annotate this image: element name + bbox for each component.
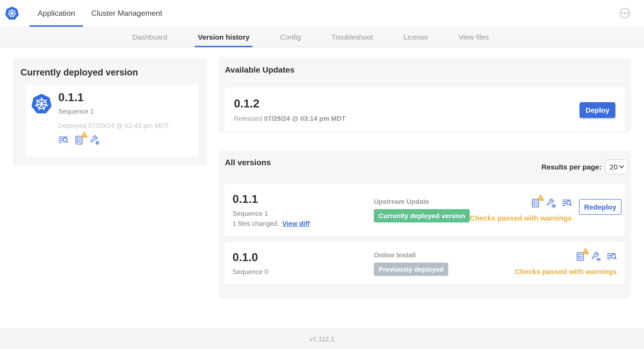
- deployed-timestamp: Deployed 07/29/24 @ 02:43 pm MDT: [58, 122, 169, 130]
- warning-triangle-icon: [81, 132, 88, 138]
- tab-cluster-management[interactable]: Cluster Management: [83, 0, 170, 27]
- tab-application-label: Application: [38, 9, 75, 18]
- subnav-tab-view-files[interactable]: View files: [456, 27, 492, 47]
- update-released-timestamp: Released 07/29/24 @ 03:14 pm MDT: [234, 114, 346, 122]
- page-footer: v1.112.1: [0, 328, 644, 349]
- subnav-tab-dashboard[interactable]: Dashboard: [129, 27, 170, 47]
- preflight-status-text[interactable]: Checks passed with warnings: [470, 214, 572, 222]
- admin-console-page: Application Cluster Management Dashboard…: [0, 0, 644, 349]
- version-row-0-1-0: 0.1.0 Sequence 0 Online Install Previous…: [224, 242, 625, 284]
- warning-triangle-icon: [582, 248, 589, 254]
- tab-cluster-management-label: Cluster Management: [92, 9, 162, 18]
- config-icon[interactable]: [90, 135, 100, 146]
- available-update-card: 0.1.2 Released 07/29/24 @ 03:14 pm MDT D…: [224, 87, 625, 132]
- kubernetes-logo: [5, 7, 18, 20]
- preflight-checks-warning-icon[interactable]: [530, 198, 540, 208]
- console-version: v1.112.1: [309, 335, 334, 343]
- subnav-tab-version-history[interactable]: Version history: [195, 27, 252, 47]
- row-sequence: Sequence 1: [232, 209, 374, 217]
- subnav-tab-troubleshoot[interactable]: Troubleshoot: [328, 27, 376, 47]
- deploy-logs-icon[interactable]: [607, 251, 617, 262]
- redeploy-button[interactable]: Redeploy: [579, 199, 621, 215]
- app-level-tabs: Application Cluster Management: [30, 0, 170, 27]
- files-changed-label: 1 files changed: [232, 220, 277, 227]
- status-badge: Currently deployed version: [374, 209, 470, 222]
- config-icon[interactable]: [546, 198, 556, 208]
- deploy-button[interactable]: Deploy: [580, 102, 615, 118]
- status-badge: Previously deployed: [374, 262, 448, 276]
- results-per-page-select[interactable]: 20: [605, 160, 628, 174]
- available-updates-panel: Available Updates 0.1.2 Released 07/29/2…: [218, 58, 631, 133]
- results-per-page-label: Results per page:: [541, 163, 602, 171]
- version-row-0-1-1: 0.1.1 Sequence 1 1 files changed View di…: [224, 184, 625, 236]
- deployed-version-number: 0.1.1: [58, 91, 169, 104]
- top-header: Application Cluster Management: [0, 0, 644, 27]
- subnav-tab-config[interactable]: Config: [277, 27, 304, 47]
- subnav-tab-license[interactable]: License: [400, 27, 431, 47]
- more-menu-button[interactable]: [620, 8, 630, 18]
- tab-application[interactable]: Application: [30, 0, 83, 27]
- warning-triangle-icon: [537, 194, 544, 201]
- row-version-number: 0.1.0: [232, 251, 374, 264]
- deployed-panel-title: Currently deployed version: [20, 67, 207, 78]
- row-version-number: 0.1.1: [232, 193, 374, 206]
- main-content: Currently deployed version 0.1.1 Sequenc…: [0, 47, 644, 328]
- deployed-sequence: Sequence 1: [58, 108, 169, 115]
- update-version-number: 0.1.2: [234, 98, 346, 110]
- deploy-logs-icon[interactable]: [562, 198, 572, 208]
- chevron-down-icon: [619, 165, 624, 168]
- view-diff-link[interactable]: View diff: [282, 220, 310, 227]
- kubernetes-app-icon: [32, 93, 52, 115]
- deployed-version-card: 0.1.1 Sequence 1 Deployed 07/29/24 @ 02:…: [26, 84, 198, 157]
- deploy-logs-icon[interactable]: [58, 135, 68, 146]
- version-source-label: Online Install: [374, 251, 448, 258]
- ellipsis-icon: [621, 12, 623, 14]
- preflight-status-text[interactable]: Checks passed with warnings: [515, 267, 617, 275]
- config-view-icon[interactable]: [591, 251, 601, 262]
- preflight-checks-warning-icon[interactable]: [575, 251, 585, 262]
- available-updates-title: Available Updates: [225, 66, 631, 75]
- all-versions-panel: All versions Results per page: 20 0.1.1 …: [218, 150, 631, 298]
- version-source-label: Upstream Update: [374, 198, 470, 205]
- row-sequence: Sequence 0: [232, 268, 374, 275]
- currently-deployed-panel: Currently deployed version 0.1.1 Sequenc…: [12, 58, 207, 166]
- app-subnav: Dashboard Version history Config Trouble…: [0, 27, 644, 47]
- preflight-checks-warning-icon[interactable]: [74, 135, 84, 146]
